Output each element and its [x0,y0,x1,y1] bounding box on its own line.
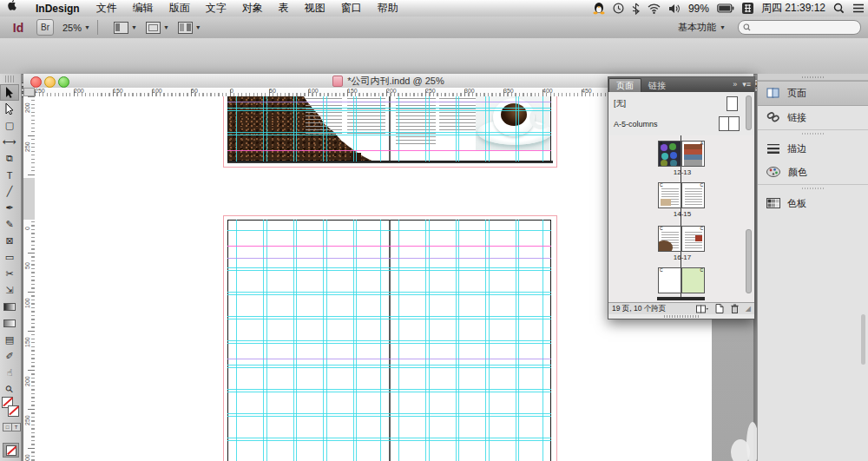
bluetooth-icon[interactable] [632,3,640,15]
v-ruler-label: 200 [24,102,30,113]
master-row-none[interactable]: [无] [614,95,744,112]
ruler-origin-box[interactable] [23,88,35,96]
dock-scrollbar[interactable] [861,314,865,365]
dock-group-divider[interactable] [758,129,868,137]
panel-tab-links[interactable]: 链接 [641,79,673,92]
menu-clock[interactable]: 周四 21:39:12 [761,1,825,16]
panel-grip[interactable] [5,76,16,82]
menu-item-8[interactable]: 帮助 [370,2,406,14]
panel-resize-grip[interactable] [664,315,699,318]
page-thumbnail[interactable]: C [658,182,681,208]
eyedropper-tool[interactable]: ✐ [0,348,19,365]
master-prefix-letter: C [700,183,703,188]
dock-item-pages[interactable]: 页面 [758,81,868,106]
menu-item-6[interactable]: 视图 [297,2,333,14]
edit-spread-icon[interactable] [696,305,708,313]
menu-item-5[interactable]: 表 [271,2,297,14]
new-page-icon[interactable] [715,304,724,313]
dock-item-color[interactable]: 颜色 [758,161,868,184]
notification-list-icon[interactable] [852,3,865,13]
apply-none-button[interactable] [3,443,19,458]
menu-app-name[interactable]: InDesign [27,3,89,15]
menu-item-0[interactable]: 文件 [89,2,125,14]
dock-item-swatches[interactable]: 色板 [758,192,868,215]
pen-tool[interactable]: ✒ [0,200,19,216]
menu-item-1[interactable]: 编辑 [125,2,161,14]
dock-item-stroke[interactable]: 描边 [758,137,868,161]
master-prefix-letter: C [660,227,663,231]
dock-header[interactable] [758,74,868,81]
screen-mode-button[interactable]: ▼ [146,22,169,34]
rectangle-frame-tool[interactable]: ⊠ [0,233,19,249]
search-input[interactable] [738,20,861,35]
menu-item-4[interactable]: 对象 [234,2,271,14]
pages-count-status: 19 页, 10 个跨页 [612,304,666,314]
line-tool[interactable]: ╱ [0,183,19,200]
selection-tool[interactable] [0,84,19,101]
panel-tab-pages[interactable]: 页面 [608,78,641,92]
panel-menu-icon[interactable]: ▾≡ [742,80,751,89]
page-bottom-edge [227,161,553,163]
gap-tool[interactable]: ⟷ [0,134,19,150]
page-thumbnail[interactable]: C [681,182,705,208]
zoom-window-button[interactable] [58,76,69,88]
fill-stroke-proxy[interactable] [2,397,19,419]
page-tool[interactable]: ▢ [0,117,19,134]
close-button[interactable] [30,76,42,88]
master-page-icon[interactable] [727,96,738,111]
clock-menu-icon[interactable] [613,3,624,14]
dock-item-links[interactable]: 链接 [758,106,868,129]
page-thumbnail[interactable]: C [681,226,705,252]
collapse-panel-icon[interactable]: » [733,80,737,89]
arrange-documents-button[interactable]: ▼ [178,22,201,34]
battery-icon[interactable] [717,3,734,13]
page-thumbnail[interactable]: C [681,267,705,293]
direct-selection-tool[interactable] [0,101,19,117]
master-spread-icon-right[interactable] [728,116,740,131]
note-tool[interactable]: ▤ [0,332,19,348]
gradient-swatch-tool[interactable] [0,299,19,315]
menu-item-2[interactable]: 版面 [161,2,198,14]
bridge-button[interactable]: Br [36,19,54,36]
delete-page-trash-icon[interactable] [731,304,739,313]
input-method-icon[interactable] [742,3,753,14]
view-options-button[interactable]: ▼ [114,22,137,34]
masters-section: [无] A-5-columns [608,92,754,136]
menu-item-7[interactable]: 窗口 [333,2,370,14]
spotlight-search-icon[interactable] [833,3,845,14]
qq-penguin-icon[interactable] [593,2,605,15]
volume-icon[interactable] [668,3,681,14]
type-tool[interactable]: T [0,167,19,183]
free-transform-tool[interactable]: ⇲ [0,282,19,299]
wifi-icon[interactable] [648,3,661,14]
dock-group-divider[interactable] [758,184,868,192]
guide-line [380,96,381,161]
stroke-proxy-swatch[interactable] [8,405,19,417]
guide-line [326,96,327,161]
page-thumbnail[interactable]: C [658,226,681,252]
minimize-button[interactable] [44,76,56,88]
page-thumbnail[interactable]: A [681,141,705,167]
gradient-feather-tool[interactable] [0,315,19,332]
menu-item-3[interactable]: 文字 [198,2,234,14]
apple-menu-icon[interactable] [0,0,27,17]
guide-line [227,319,551,319]
content-collector-tool[interactable]: ⧉ [0,150,19,167]
scissors-tool[interactable]: ✂ [0,266,19,282]
formatting-affects-text-button[interactable]: T [11,423,21,431]
tools-panel: ▢⟷⧉T╱✒✎⊠▭✂⇲▤✐☝⚲ □ T [0,74,22,461]
rectangle-tool[interactable]: ▭ [0,249,19,266]
pages-scrollbar[interactable] [746,229,752,293]
guide-line [516,96,516,161]
masters-scrollbar[interactable] [746,95,752,130]
v-ruler-label: 0 [24,227,30,230]
vertical-ruler[interactable]: 200250050100150200250300 [23,96,36,461]
page-thumbnail[interactable]: C [658,267,681,293]
workspace-switcher[interactable]: 基本功能 ▼ [678,21,726,34]
resize-grip-icon[interactable]: ◢ [746,305,751,313]
pencil-tool[interactable]: ✎ [0,216,19,233]
stroke-icon [766,143,780,155]
page-thumbnail[interactable]: A [658,141,681,167]
pages-panel-header-icons: » ▾≡ [733,80,751,89]
zoom-level-combo[interactable]: 25% ▼ [62,23,90,33]
